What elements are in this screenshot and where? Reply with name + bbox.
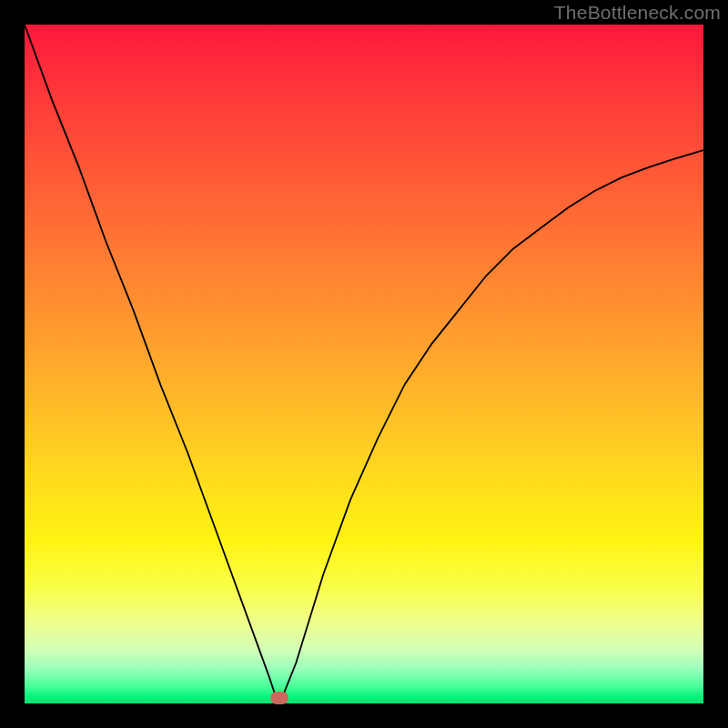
plot-area [25, 25, 703, 703]
bottleneck-curve [25, 25, 703, 697]
curve-svg [25, 25, 703, 703]
watermark-text: TheBottleneck.com [554, 2, 721, 24]
chart-frame: TheBottleneck.com [0, 0, 728, 728]
min-marker [270, 692, 288, 704]
